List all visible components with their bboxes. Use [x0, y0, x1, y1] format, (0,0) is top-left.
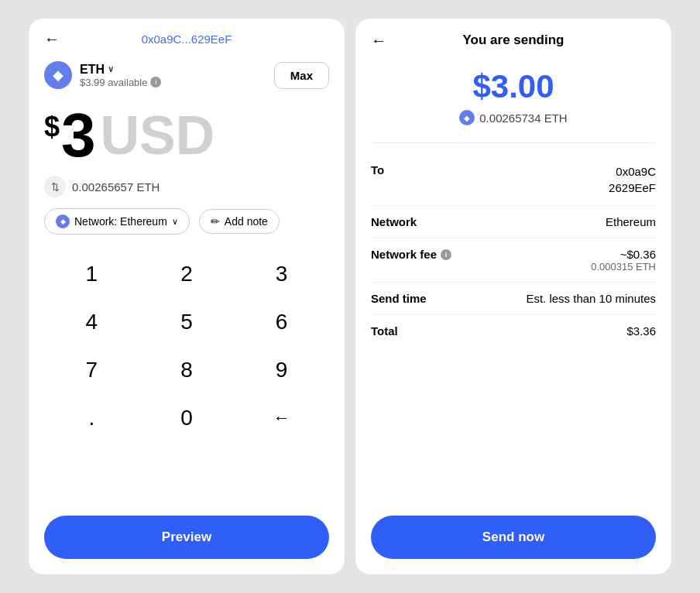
preview-button[interactable]: Preview [44, 516, 329, 559]
key-5[interactable]: 5 [139, 298, 235, 346]
token-info: ◆ ETH ∨ $3.99 available i [44, 61, 161, 89]
max-button[interactable]: Max [274, 62, 329, 89]
token-details: ETH ∨ $3.99 available i [80, 63, 161, 88]
fee-info-icon[interactable]: i [441, 249, 451, 260]
address-link[interactable]: 0x0a9C...629EeF [142, 33, 232, 46]
conversion-row: ⇅ 0.00265657 ETH [29, 171, 345, 208]
options-row: ◆ Network: Ethereum ∨ ✏ Add note [29, 208, 345, 247]
fee-eth: 0.000315 ETH [591, 261, 656, 273]
small-eth-icon: ◆ [459, 110, 475, 125]
sending-amount-section: $3.00 ◆ 0.00265734 ETH [355, 56, 671, 132]
network-label: Network: Ethereum [74, 215, 167, 228]
send-now-button[interactable]: Send now [371, 516, 656, 559]
amount-display: $ 3 USD [29, 97, 345, 171]
token-symbol: ETH [80, 63, 105, 77]
network-button[interactable]: ◆ Network: Ethereum ∨ [44, 208, 190, 235]
send-time-value: Est. less than 10 minutes [526, 292, 656, 305]
key-2[interactable]: 2 [139, 250, 235, 298]
eth-logo-icon: ◆ [44, 61, 72, 89]
balance-info-icon[interactable]: i [150, 77, 161, 87]
key-backspace[interactable]: ← [234, 394, 329, 442]
amount-number: 3 [61, 105, 96, 166]
keypad: 1 2 3 4 5 6 7 8 9 . 0 ← [29, 247, 345, 445]
total-value: $3.36 [626, 324, 656, 338]
key-0[interactable]: 0 [139, 394, 235, 442]
right-panel: ← You are sending $3.00 ◆ 0.00265734 ETH… [355, 18, 672, 575]
key-7[interactable]: 7 [44, 346, 139, 394]
send-time-label: Send time [371, 292, 441, 305]
token-name[interactable]: ETH ∨ [80, 63, 161, 77]
sending-usd-amount: $3.00 [371, 68, 656, 105]
to-label: To [371, 163, 441, 177]
to-address: 0x0a9C 2629EeF [609, 163, 656, 196]
network-detail-value: Ethereum [606, 215, 656, 228]
balance-text: $3.99 available [80, 77, 147, 88]
key-1[interactable]: 1 [44, 250, 139, 298]
token-chevron-icon: ∨ [108, 64, 114, 74]
eth-conversion-amount: 0.00265657 ETH [72, 180, 160, 194]
sending-eth-amount: 0.00265734 ETH [479, 111, 567, 125]
network-eth-icon: ◆ [56, 214, 70, 228]
network-row: Network Ethereum [371, 206, 656, 238]
key-dot[interactable]: . [44, 394, 139, 442]
key-4[interactable]: 4 [44, 298, 139, 346]
add-note-button[interactable]: ✏ Add note [199, 209, 280, 234]
total-label: Total [371, 324, 441, 338]
right-header: ← You are sending [355, 19, 671, 56]
detail-section: To 0x0a9C 2629EeF Network Ethereum Netwo… [355, 154, 671, 347]
network-chevron-icon: ∨ [172, 217, 178, 227]
fee-label: Network fee i [371, 248, 451, 261]
key-9[interactable]: 9 [234, 346, 329, 394]
right-header-title: You are sending [463, 33, 564, 48]
sending-eth-row: ◆ 0.00265734 ETH [371, 110, 656, 125]
dollar-sign: $ [44, 111, 60, 143]
fee-row: Network fee i ~$0.36 0.000315 ETH [371, 238, 656, 283]
total-row: Total $3.36 [371, 315, 656, 347]
token-row: ◆ ETH ∨ $3.99 available i Max [29, 53, 345, 97]
network-detail-label: Network [371, 215, 441, 228]
fee-value: ~$0.36 0.000315 ETH [591, 248, 656, 273]
add-note-label: Add note [225, 215, 268, 228]
left-header: ← 0x0a9C...629EeF [29, 19, 345, 53]
token-balance: $3.99 available i [80, 77, 161, 88]
key-8[interactable]: 8 [139, 346, 235, 394]
fee-label-text: Network fee [371, 248, 437, 261]
to-address-line2: 2629EeF [609, 180, 656, 196]
back-button-right[interactable]: ← [371, 32, 386, 50]
left-panel: ← 0x0a9C...629EeF ◆ ETH ∨ $3.99 availabl… [28, 18, 345, 575]
key-3[interactable]: 3 [234, 250, 329, 298]
back-button-left[interactable]: ← [44, 30, 60, 48]
pencil-icon: ✏ [211, 215, 220, 228]
divider [371, 142, 656, 143]
to-row: To 0x0a9C 2629EeF [371, 154, 656, 206]
fee-usd: ~$0.36 [591, 248, 656, 261]
key-6[interactable]: 6 [234, 298, 329, 346]
amount-currency: USD [101, 108, 215, 163]
to-address-line1: 0x0a9C [609, 163, 656, 180]
swap-icon[interactable]: ⇅ [44, 176, 66, 197]
send-time-row: Send time Est. less than 10 minutes [371, 283, 656, 315]
